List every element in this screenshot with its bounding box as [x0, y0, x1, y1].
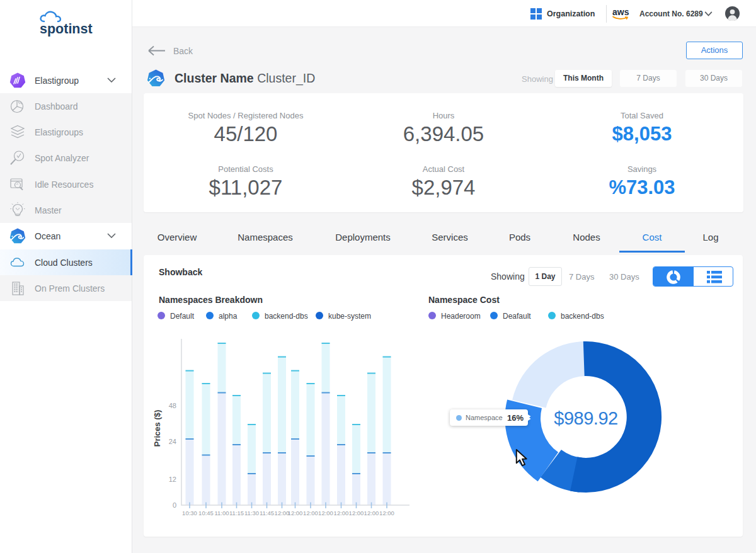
svg-text:aws: aws: [612, 7, 629, 17]
svg-text:Prices ($): Prices ($): [152, 410, 162, 447]
svg-text:12: 12: [169, 476, 176, 483]
svg-text:11:30: 11:30: [244, 510, 259, 516]
svg-text:12:00: 12:00: [349, 510, 364, 516]
svg-text:11:00: 11:00: [214, 510, 229, 516]
svg-text:12:00: 12:00: [318, 510, 333, 516]
svg-text:12:00: 12:00: [334, 510, 349, 516]
svg-text:10:30: 10:30: [182, 510, 197, 516]
svg-text:12:00: 12:00: [379, 510, 394, 516]
svg-text:12:00: 12:00: [303, 510, 318, 516]
svg-text:12:00: 12:00: [364, 510, 379, 516]
svg-text:48: 48: [169, 402, 176, 409]
svg-text:11:15: 11:15: [229, 510, 244, 516]
svg-text:0: 0: [173, 501, 176, 509]
svg-text:10:45: 10:45: [198, 510, 214, 516]
svg-text:24: 24: [169, 438, 176, 445]
svg-text:spotinst: spotinst: [40, 21, 93, 37]
svg-text:11:45: 11:45: [260, 510, 274, 516]
svg-text:12:00: 12:00: [288, 510, 303, 516]
